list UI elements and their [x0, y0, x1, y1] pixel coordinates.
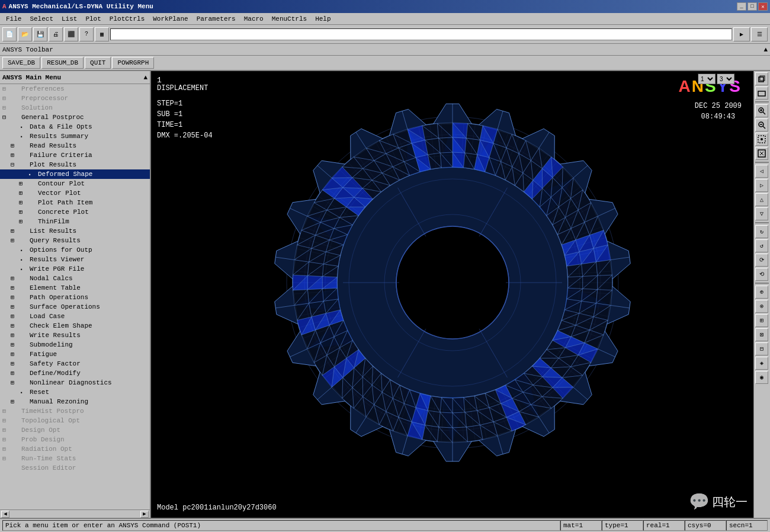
rt-btn-pan-right[interactable]: ▷ — [755, 179, 768, 192]
sidebar-item-22[interactable]: ⊞Path Operations — [0, 293, 150, 302]
sidebar-item-0[interactable]: ⊞Preferences — [0, 84, 150, 94]
sidebar-item-13[interactable]: ⊞Concrete Plot — [0, 207, 150, 217]
help-button[interactable]: ? — [79, 27, 94, 41]
menu-help[interactable]: Help — [312, 14, 334, 24]
sidebar-item-6[interactable]: ⊞Read Results — [0, 141, 150, 150]
open-button[interactable]: 📂 — [18, 27, 32, 41]
quit-button[interactable]: QUIT — [85, 57, 111, 69]
sidebar-item-37[interactable]: ⊞Prob Design — [0, 435, 150, 444]
sidebar-item-7[interactable]: ⊞Failure Criteria — [0, 150, 150, 160]
print-button[interactable]: 🖨 — [49, 27, 63, 41]
unknown-btn1[interactable]: ⬛ — [64, 27, 78, 41]
rt-btn-zoom-box[interactable] — [755, 133, 768, 146]
sidebar-item-20[interactable]: ⊞Nodal Calcs — [0, 274, 150, 283]
sidebar-item-25[interactable]: ⊞Check Elem Shape — [0, 321, 150, 331]
rt-btn-settings5[interactable]: ⊟ — [755, 342, 768, 355]
collapse-icon[interactable]: ▲ — [763, 46, 768, 53]
sidebar-item-16[interactable]: ⊞Query Results — [0, 236, 150, 245]
tree-label-14: ThinFilm — [38, 218, 69, 225]
sidebar-item-33[interactable]: ⊞Manual Rezoning — [0, 397, 150, 406]
powrgrph-button[interactable]: POWRGRPH — [112, 57, 154, 69]
sidebar-item-27[interactable]: ⊞Submodeling — [0, 340, 150, 350]
maximize-button[interactable]: □ — [747, 2, 757, 11]
sidebar-item-17[interactable]: ▪Options for Outp — [0, 245, 150, 255]
scroll-right[interactable]: ▶ — [140, 511, 149, 518]
sidebar-item-11[interactable]: ⊞Vector Plot — [0, 188, 150, 198]
close-button[interactable]: ✕ — [758, 2, 768, 11]
sidebar-item-29[interactable]: ⊞Safety Factor — [0, 359, 150, 368]
sidebar-item-35[interactable]: ⊞Topological Opt — [0, 416, 150, 425]
menu-plot[interactable]: Plot — [82, 14, 104, 24]
sidebar-scroll[interactable]: ⊞Preferences⊞Preprocessor⊞Solution⊟Gener… — [0, 84, 150, 509]
menu-menuctrls[interactable]: MenuCtrls — [268, 14, 310, 24]
sidebar-item-36[interactable]: ⊞Design Opt — [0, 425, 150, 435]
sidebar-item-24[interactable]: ⊞Load Case — [0, 312, 150, 321]
sidebar-item-8[interactable]: ⊟Plot Results — [0, 160, 150, 169]
sidebar-item-18[interactable]: ▪Results Viewer — [0, 255, 150, 264]
save-db-button[interactable]: SAVE_DB — [2, 57, 40, 69]
command-input[interactable] — [110, 28, 732, 40]
sidebar-item-2[interactable]: ⊞Solution — [0, 103, 150, 113]
rt-btn-iso[interactable] — [755, 86, 768, 100]
sidebar-item-23[interactable]: ⊞Surface Operations — [0, 302, 150, 312]
resum-db-button[interactable]: RESUM_DB — [41, 57, 84, 69]
sidebar-item-21[interactable]: ⊞Element Table — [0, 283, 150, 293]
rt-btn-rotate-cw[interactable]: ↻ — [755, 225, 768, 238]
rt-btn-3d[interactable] — [755, 72, 768, 85]
menu-parameters[interactable]: Parameters — [193, 14, 239, 24]
rt-btn-settings1[interactable]: ⊕ — [755, 286, 768, 299]
sidebar-item-38[interactable]: ⊞Radiation Opt — [0, 444, 150, 454]
rt-btn-settings2[interactable]: ⊗ — [755, 300, 768, 313]
sidebar-item-34[interactable]: ⊞TimeHist Postpro — [0, 406, 150, 416]
rt-btn-rotate2[interactable]: ⟳ — [755, 254, 768, 267]
sidebar-item-28[interactable]: ⊞Fatigue — [0, 350, 150, 359]
new-button[interactable]: 📄 — [2, 27, 17, 41]
rt-btn-fit[interactable] — [755, 147, 768, 160]
sidebar-item-12[interactable]: ⊞Plot Path Item — [0, 198, 150, 207]
viewport-select-1[interactable]: 1 — [698, 73, 716, 84]
menu-select[interactable]: Select — [26, 14, 57, 24]
sidebar-item-32[interactable]: ▪Reset — [0, 387, 150, 397]
sidebar-item-39[interactable]: ⊞Run-Time Stats — [0, 454, 150, 463]
rt-btn-pan-up[interactable]: △ — [755, 193, 768, 206]
cmd-run-button[interactable]: ▶ — [733, 27, 750, 41]
sidebar-item-5[interactable]: ▪Results Summary — [0, 132, 150, 141]
title-text: ANSYS Mechanical/LS-DYNA Utility Menu — [9, 3, 153, 10]
viewport-select-2[interactable]: 3 — [717, 73, 734, 84]
rt-btn-pan-left[interactable]: ◁ — [755, 165, 768, 178]
sidebar-item-30[interactable]: ⊞Define/Modify — [0, 368, 150, 378]
minimize-button[interactable]: _ — [737, 2, 746, 11]
cmd-list-button[interactable]: ☰ — [751, 27, 768, 41]
rt-btn-pan-down[interactable]: ▽ — [755, 207, 768, 220]
sidebar-item-9[interactable]: ▪Deformed Shape — [0, 169, 150, 179]
sidebar-item-26[interactable]: ⊞Write Results — [0, 331, 150, 340]
rt-btn-rotate3[interactable]: ⟲ — [755, 268, 768, 281]
rt-btn-zoom-out[interactable] — [755, 118, 768, 132]
sidebar-item-40[interactable]: Session Editor — [0, 463, 150, 473]
sidebar-item-4[interactable]: ▪Data & File Opts — [0, 122, 150, 132]
sidebar-item-3[interactable]: ⊟General Postproc — [0, 113, 150, 122]
sidebar-item-1[interactable]: ⊞Preprocessor — [0, 94, 150, 103]
menu-macro[interactable]: Macro — [240, 14, 267, 24]
menu-file[interactable]: File — [2, 14, 25, 24]
sidebar-item-15[interactable]: ⊞List Results — [0, 226, 150, 236]
save-button[interactable]: 💾 — [33, 27, 47, 41]
rt-btn-settings3[interactable]: ⊞ — [755, 314, 768, 327]
menu-plotctrls[interactable]: PlotCtrls — [106, 14, 148, 24]
rt-btn-settings7[interactable]: ◉ — [755, 371, 768, 384]
unknown-btn2[interactable]: ▦ — [95, 27, 109, 41]
menu-workplane[interactable]: WorkPlane — [149, 14, 191, 24]
window-controls[interactable]: _ □ ✕ — [737, 2, 768, 11]
status-csys: csys=0 — [685, 520, 726, 531]
sidebar-item-14[interactable]: ⊞ThinFilm — [0, 217, 150, 226]
sidebar-expand-icon[interactable]: ▲ — [143, 74, 147, 81]
sidebar-item-19[interactable]: ▪Write PGR File — [0, 264, 150, 274]
rt-btn-settings6[interactable]: ◈ — [755, 357, 768, 370]
scroll-left[interactable]: ◀ — [1, 511, 9, 518]
rt-btn-zoom-in[interactable] — [755, 104, 768, 117]
rt-btn-rotate-ccw[interactable]: ↺ — [755, 239, 768, 252]
sidebar-item-10[interactable]: ⊞Contour Plot — [0, 179, 150, 188]
menu-list[interactable]: List — [58, 14, 81, 24]
sidebar-item-31[interactable]: ⊞Nonlinear Diagnostics — [0, 378, 150, 387]
rt-btn-settings4[interactable]: ⊠ — [755, 328, 768, 341]
